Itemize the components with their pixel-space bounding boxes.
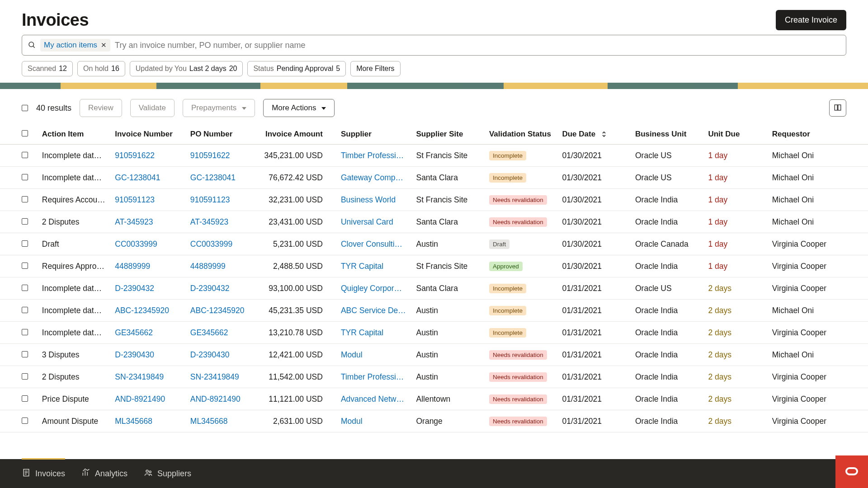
supplier-link[interactable]: ABC Service De… xyxy=(341,306,406,315)
supplier-link[interactable]: Modul xyxy=(341,350,363,359)
invoice-number-link[interactable]: SN-23419849 xyxy=(115,372,164,381)
validate-button[interactable]: Validate xyxy=(130,99,175,117)
col-validation-status[interactable]: Validation Status xyxy=(485,123,558,145)
table-row[interactable]: Incomplete dat…D-2390432D-239043293,100.… xyxy=(0,277,868,300)
supplier-link[interactable]: Advanced Netw… xyxy=(341,394,404,404)
col-requestor[interactable]: Requestor xyxy=(768,123,868,145)
supplier-link[interactable]: Timber Professi… xyxy=(341,151,404,160)
nav-invoices[interactable]: Invoices xyxy=(22,468,65,479)
col-supplier[interactable]: Supplier xyxy=(336,123,412,145)
cell-requestor: Virginia Cooper xyxy=(768,410,868,432)
col-unit-due[interactable]: Unit Due xyxy=(703,123,767,145)
oracle-assist-button[interactable] xyxy=(835,455,868,488)
row-checkbox[interactable] xyxy=(22,218,28,225)
column-layout-button[interactable] xyxy=(829,99,846,117)
row-checkbox[interactable] xyxy=(22,395,28,402)
supplier-link[interactable]: TYR Capital xyxy=(341,262,383,271)
row-checkbox[interactable] xyxy=(22,263,28,269)
row-checkbox[interactable] xyxy=(22,240,28,247)
supplier-link[interactable]: Clover Consulti… xyxy=(341,239,402,249)
table-row[interactable]: Amount DisputeML345668ML3456682,631.00 U… xyxy=(0,410,868,432)
supplier-link[interactable]: Quigley Corpor… xyxy=(341,284,402,293)
prepayments-dropdown[interactable]: Prepayments xyxy=(183,99,255,117)
po-number-link[interactable]: 910591622 xyxy=(190,151,230,160)
more-actions-dropdown[interactable]: More Actions xyxy=(263,99,335,117)
row-checkbox[interactable] xyxy=(22,418,28,424)
table-row[interactable]: Incomplete dat…GC-1238041GC-123804176,67… xyxy=(0,167,868,189)
supplier-link[interactable]: Universal Card xyxy=(341,217,393,226)
po-number-link[interactable]: AT-345923 xyxy=(190,217,228,226)
col-invoice-number[interactable]: Invoice Number xyxy=(110,123,186,145)
row-checkbox[interactable] xyxy=(22,373,28,380)
invoice-number-link[interactable]: ABC-12345920 xyxy=(115,306,169,315)
status-badge: Incomplete xyxy=(489,173,526,183)
invoice-number-link[interactable]: GC-1238041 xyxy=(115,173,160,182)
filter-on-hold[interactable]: On hold 16 xyxy=(77,61,125,76)
create-invoice-button[interactable]: Create Invoice xyxy=(776,10,846,30)
col-invoice-amount[interactable]: Invoice Amount xyxy=(259,123,336,145)
po-number-link[interactable]: 910591123 xyxy=(190,195,230,204)
po-number-link[interactable]: ML345668 xyxy=(190,417,228,426)
table-row[interactable]: Incomplete dat…910591622910591622345,231… xyxy=(0,145,868,167)
invoice-number-link[interactable]: AND-8921490 xyxy=(115,394,165,404)
row-checkbox[interactable] xyxy=(22,329,28,335)
invoice-number-link[interactable]: AT-345923 xyxy=(115,217,153,226)
table-row[interactable]: Requires Appro…44889999448899992,488.50 … xyxy=(0,255,868,277)
table-row[interactable]: 2 DisputesSN-23419849SN-2341984911,542.0… xyxy=(0,366,868,388)
po-number-link[interactable]: AND-8921490 xyxy=(190,394,241,404)
invoice-number-link[interactable]: 910591123 xyxy=(115,195,155,204)
search-chip-label: My action items xyxy=(44,41,97,50)
table-row[interactable]: Requires Accou…91059112391059112332,231.… xyxy=(0,189,868,211)
select-all-checkbox[interactable] xyxy=(22,105,28,111)
po-number-link[interactable]: 44889999 xyxy=(190,262,226,271)
col-business-unit[interactable]: Business Unit xyxy=(631,123,704,145)
header-checkbox[interactable] xyxy=(22,130,28,136)
row-checkbox[interactable] xyxy=(22,174,28,180)
table-row[interactable]: DraftCC0033999CC00339995,231.00 USDClove… xyxy=(0,233,868,255)
invoice-number-link[interactable]: GE345662 xyxy=(115,328,153,337)
invoice-number-link[interactable]: 44889999 xyxy=(115,262,150,271)
review-button[interactable]: Review xyxy=(80,99,122,117)
filter-status[interactable]: Status Pending Approval 5 xyxy=(247,61,346,76)
nav-suppliers[interactable]: Suppliers xyxy=(144,468,191,479)
table-row[interactable]: 2 DisputesAT-345923AT-34592323,431.00 US… xyxy=(0,211,868,233)
nav-analytics[interactable]: Analytics xyxy=(81,468,127,479)
col-due-date[interactable]: Due Date xyxy=(557,123,631,145)
po-number-link[interactable]: D-2390432 xyxy=(190,284,230,293)
close-icon[interactable]: ✕ xyxy=(101,41,107,49)
table-row[interactable]: Incomplete dat…GE345662GE34566213,210.78… xyxy=(0,322,868,344)
supplier-link[interactable]: Gateway Comp… xyxy=(341,173,403,182)
search-bar[interactable]: My action items ✕ xyxy=(22,35,846,56)
row-checkbox[interactable] xyxy=(22,307,28,313)
invoice-number-link[interactable]: CC0033999 xyxy=(115,239,157,249)
col-po-number[interactable]: PO Number xyxy=(186,123,259,145)
invoice-number-link[interactable]: D-2390430 xyxy=(115,350,154,359)
supplier-link[interactable]: Timber Professi… xyxy=(341,372,404,381)
po-number-link[interactable]: GE345662 xyxy=(190,328,228,337)
row-checkbox[interactable] xyxy=(22,152,28,158)
table-row[interactable]: Incomplete dat…ABC-12345920ABC-123459204… xyxy=(0,300,868,322)
supplier-link[interactable]: Modul xyxy=(341,417,363,426)
supplier-link[interactable]: TYR Capital xyxy=(341,328,383,337)
svg-point-0 xyxy=(29,42,34,47)
supplier-link[interactable]: Business World xyxy=(341,195,396,204)
table-row[interactable]: Price DisputeAND-8921490AND-892149011,12… xyxy=(0,388,868,410)
invoice-number-link[interactable]: D-2390432 xyxy=(115,284,154,293)
row-checkbox[interactable] xyxy=(22,196,28,202)
invoice-number-link[interactable]: 910591622 xyxy=(115,151,155,160)
po-number-link[interactable]: ABC-12345920 xyxy=(190,306,245,315)
po-number-link[interactable]: D-2390430 xyxy=(190,350,230,359)
po-number-link[interactable]: CC0033999 xyxy=(190,239,232,249)
po-number-link[interactable]: GC-1238041 xyxy=(190,173,236,182)
table-row[interactable]: 3 DisputesD-2390430D-239043012,421.00 US… xyxy=(0,344,868,366)
po-number-link[interactable]: SN-23419849 xyxy=(190,372,239,381)
search-input[interactable] xyxy=(115,41,840,50)
row-checkbox[interactable] xyxy=(22,285,28,291)
filter-updated-by-you[interactable]: Updated by You Last 2 days 20 xyxy=(130,61,243,76)
more-filters-button[interactable]: More Filters xyxy=(350,61,400,76)
invoice-number-link[interactable]: ML345668 xyxy=(115,417,152,426)
filter-scanned[interactable]: Scanned 12 xyxy=(22,61,73,76)
col-supplier-site[interactable]: Supplier Site xyxy=(411,123,485,145)
row-checkbox[interactable] xyxy=(22,351,28,357)
col-action-item[interactable]: Action Item xyxy=(38,123,111,145)
